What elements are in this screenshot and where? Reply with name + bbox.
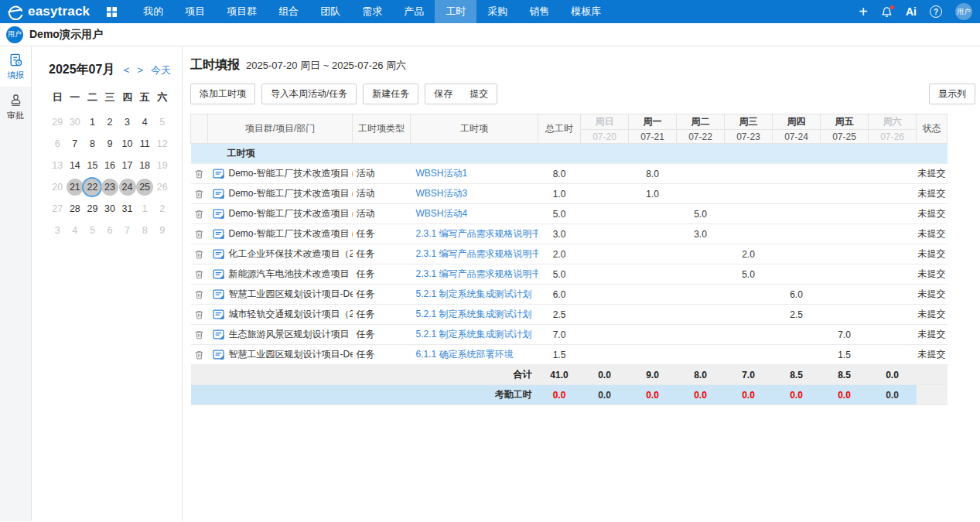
hours-cell[interactable] [581,305,629,325]
nav-item-我的[interactable]: 我的 [132,0,174,23]
calendar-day[interactable]: 9 [153,222,171,239]
project-card-icon[interactable] [210,349,229,360]
brand-logo[interactable]: easytrack [0,4,90,20]
hours-cell[interactable] [773,164,821,184]
nav-item-产品[interactable]: 产品 [393,0,435,23]
calendar-day[interactable]: 16 [101,157,119,174]
import-week-activities-button[interactable]: 导入本周活动/任务 [261,84,357,104]
hours-cell[interactable] [869,164,917,184]
calendar-day[interactable]: 8 [84,135,101,152]
hours-cell[interactable] [677,325,725,345]
hours-cell[interactable] [725,204,773,224]
nav-item-需求[interactable]: 需求 [351,0,393,23]
project-card-icon[interactable] [210,208,229,219]
calendar-day[interactable]: 15 [84,157,101,174]
calendar-day[interactable]: 18 [136,157,154,174]
hours-cell[interactable]: 7.0 [821,325,869,345]
calendar-day[interactable]: 5 [153,114,171,131]
hours-cell[interactable]: 1.0 [629,184,677,204]
item-link[interactable]: 2.3.1 编写产品需求规格说明书 [416,228,538,239]
project-card-icon[interactable] [210,329,229,339]
calendar-day[interactable]: 5 [84,222,101,239]
sidebar-item-approval[interactable]: 审批 [0,87,31,127]
trash-icon[interactable] [194,350,204,360]
trash-icon[interactable] [194,329,204,340]
calendar-day[interactable]: 25 [136,179,154,196]
hours-cell[interactable]: 1.5 [821,345,869,365]
hours-cell[interactable] [677,285,725,305]
calendar-day[interactable]: 30 [67,114,84,131]
calendar-day[interactable]: 7 [118,222,136,239]
hours-cell[interactable] [581,285,629,305]
calendar-day[interactable]: 8 [136,222,154,239]
hours-cell[interactable] [821,285,869,305]
hours-cell[interactable] [581,244,629,264]
hours-cell[interactable]: 5.0 [677,204,725,224]
hours-cell[interactable] [869,285,917,305]
hours-cell[interactable] [773,325,821,345]
calendar-day[interactable]: 10 [118,135,136,152]
calendar-day[interactable]: 14 [67,157,84,174]
hours-cell[interactable] [725,184,773,204]
hours-cell[interactable] [629,325,677,345]
hours-cell[interactable]: 2.5 [773,305,821,325]
calendar-day[interactable]: 23 [101,179,119,196]
item-link[interactable]: WBSH活动4 [416,208,468,219]
hours-cell[interactable] [677,305,725,325]
hours-cell[interactable] [773,204,821,224]
hours-cell[interactable] [869,345,917,365]
user-avatar[interactable]: 用户 [955,3,972,20]
hours-cell[interactable] [581,204,629,224]
hours-cell[interactable] [869,224,917,244]
calendar-day[interactable]: 21 [67,179,84,196]
hours-cell[interactable]: 8.0 [629,164,677,184]
item-link[interactable]: 2.3.1 编写产品需求规格说明书 [416,248,538,259]
calendar-day[interactable]: 13 [49,157,67,174]
nav-item-组合[interactable]: 组合 [268,0,309,23]
calendar-day[interactable]: 31 [118,200,136,217]
new-task-button[interactable]: 新建任务 [363,84,418,104]
calendar-day[interactable]: 22 [84,179,101,196]
calendar-day[interactable]: 6 [49,135,67,152]
hours-cell[interactable] [869,244,917,264]
nav-item-销售[interactable]: 销售 [518,0,560,23]
hours-cell[interactable] [821,164,869,184]
sidebar-item-fill-in[interactable]: 填报 [0,46,31,87]
nav-item-项目[interactable]: 项目 [174,0,216,23]
project-card-icon[interactable] [210,309,229,319]
hours-cell[interactable] [677,345,725,365]
trash-icon[interactable] [194,169,204,179]
trash-icon[interactable] [194,289,204,300]
nav-item-采购[interactable]: 采购 [476,0,518,23]
trash-icon[interactable] [194,249,204,260]
hours-cell[interactable] [677,164,725,184]
hours-cell[interactable] [629,345,677,365]
item-link[interactable]: WBSH活动3 [416,188,468,199]
hours-cell[interactable] [773,345,821,365]
save-button[interactable]: 保存 [425,84,461,104]
calendar-day[interactable]: 27 [49,200,67,217]
project-card-icon[interactable] [210,188,229,199]
hours-cell[interactable]: 2.0 [725,244,773,264]
item-link[interactable]: WBSH活动1 [416,168,468,179]
app-grid-icon[interactable] [107,7,117,17]
calendar-day[interactable]: 30 [101,200,119,217]
hours-cell[interactable] [821,264,869,285]
calendar-day[interactable]: 2 [153,200,171,217]
create-plus-icon[interactable]: + [859,4,868,19]
calendar-day[interactable]: 24 [118,179,136,196]
hours-cell[interactable] [629,224,677,244]
hours-cell[interactable] [581,164,629,184]
submit-button[interactable]: 提交 [461,84,497,104]
calendar-today-link[interactable]: 今天 [151,63,171,77]
nav-item-项目群[interactable]: 项目群 [216,0,268,23]
hours-cell[interactable] [821,204,869,224]
project-card-icon[interactable] [210,268,229,279]
calendar-day[interactable]: 9 [101,135,119,152]
hours-cell[interactable] [581,325,629,345]
item-link[interactable]: 6.1.1 确定系统部署环境 [416,349,514,360]
project-card-icon[interactable] [210,228,229,239]
nav-item-团队[interactable]: 团队 [309,0,351,23]
calendar-day[interactable]: 4 [136,114,154,131]
project-card-icon[interactable] [210,248,229,259]
